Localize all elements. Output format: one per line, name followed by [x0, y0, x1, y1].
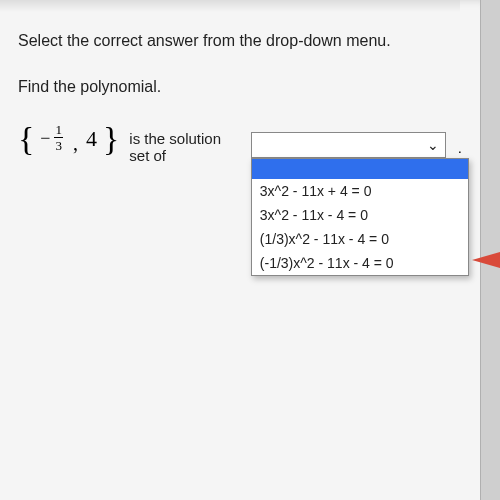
- top-shadow: [0, 0, 460, 12]
- page-right-margin: [480, 0, 500, 500]
- set-comma: ,: [73, 132, 78, 155]
- equation-row: { − 1 3 , 4 } is the solution set of ⌄ 3…: [18, 122, 462, 156]
- left-brace: {: [18, 122, 34, 156]
- annotation-arrow: [472, 252, 500, 268]
- set-second-element: 4: [86, 126, 97, 152]
- fraction-one-third: 1 3: [54, 123, 63, 152]
- solution-label: is the solution set of: [129, 130, 239, 164]
- dropdown-option-blank[interactable]: [252, 159, 468, 179]
- sentence-period: .: [458, 139, 462, 156]
- dropdown-option-2[interactable]: 3x^2 - 11x - 4 = 0: [252, 203, 468, 227]
- dropdown-selected[interactable]: ⌄: [251, 132, 446, 158]
- arrow-left-icon: [472, 252, 500, 268]
- fraction-denominator: 3: [55, 138, 62, 152]
- instruction-text: Select the correct answer from the drop-…: [18, 32, 462, 50]
- chevron-down-icon: ⌄: [427, 138, 439, 152]
- dropdown-option-4[interactable]: (-1/3)x^2 - 11x - 4 = 0: [252, 251, 468, 275]
- negative-sign: −: [40, 128, 50, 149]
- fraction-numerator: 1: [54, 123, 63, 138]
- question-page: Select the correct answer from the drop-…: [0, 0, 480, 500]
- dropdown-options-list: 3x^2 - 11x + 4 = 0 3x^2 - 11x - 4 = 0 (1…: [251, 158, 469, 276]
- answer-dropdown[interactable]: ⌄ 3x^2 - 11x + 4 = 0 3x^2 - 11x - 4 = 0 …: [251, 132, 446, 158]
- dropdown-option-3[interactable]: (1/3)x^2 - 11x - 4 = 0: [252, 227, 468, 251]
- dropdown-option-1[interactable]: 3x^2 - 11x + 4 = 0: [252, 179, 468, 203]
- right-brace: }: [103, 122, 119, 156]
- subprompt-text: Find the polynomial.: [18, 78, 462, 96]
